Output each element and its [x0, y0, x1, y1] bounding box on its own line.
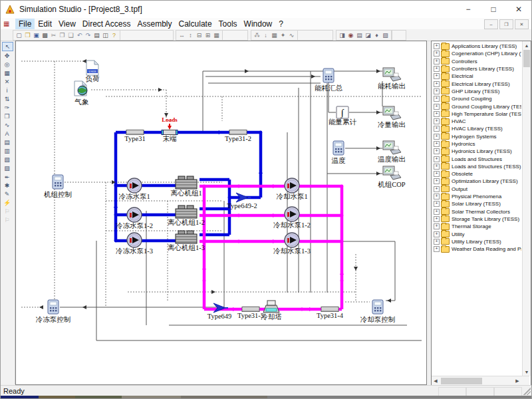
report-icon[interactable]: ◪: [364, 31, 372, 40]
library-item-utility[interactable]: +Utility: [432, 230, 521, 237]
canvas[interactable]: USER负荷气象Type31末端Type31-2能耗汇总能耗输出∫能量累计冷量输…: [15, 41, 427, 385]
component-cooling-output[interactable]: 冷量输出: [378, 106, 406, 128]
connect-tool-icon[interactable]: ⇅: [2, 95, 12, 103]
component-cw-pump-control[interactable]: 冷却泵控制: [360, 300, 396, 323]
expand-icon[interactable]: +: [434, 141, 440, 147]
library-item-electrical-library-tess[interactable]: +Electrical Library (TESS): [432, 80, 521, 87]
menu-file[interactable]: File: [15, 19, 35, 29]
parameter-table-icon[interactable]: ▦: [270, 31, 279, 40]
expand-icon[interactable]: +: [434, 73, 440, 79]
library-item-solar-library-tess[interactable]: +Solar Library (TESS): [432, 200, 521, 207]
duplicate-tool-icon[interactable]: ❐: [2, 112, 12, 120]
align-grid-icon[interactable]: ⊞: [203, 31, 212, 40]
component-energy-summary[interactable]: 能耗汇总: [315, 68, 343, 92]
component-load-data-reader[interactable]: USER负荷: [86, 61, 100, 82]
menu-direct-access[interactable]: Direct Access: [79, 19, 134, 29]
component-unit-cop-output[interactable]: 机组COP: [378, 166, 406, 188]
menu-calculate[interactable]: Calculate: [176, 19, 215, 29]
component-terminal-unit[interactable]: 末端: [162, 130, 178, 143]
print-preview-icon[interactable]: ◫: [101, 31, 110, 40]
help-icon[interactable]: ?: [110, 31, 118, 40]
library-item-weather-data-reading-and-process[interactable]: +Weather Data Reading and Process: [432, 245, 521, 253]
menu-edit[interactable]: Edit: [35, 19, 55, 29]
alarm-icon[interactable]: ♦: [372, 31, 381, 40]
select-tool-icon[interactable]: ↖: [2, 42, 13, 51]
library-item-loads-and-structures-tess[interactable]: +Loads and Structures (TESS): [432, 163, 521, 170]
scroll-up-icon[interactable]: ▲: [523, 41, 531, 49]
component-cw-pump-1[interactable]: 冷却水泵1: [276, 178, 307, 200]
expand-icon[interactable]: +: [434, 148, 440, 154]
listing-icon[interactable]: ▤: [355, 31, 364, 40]
minimize-button[interactable]: −: [456, 1, 481, 18]
expand-icon[interactable]: +: [434, 216, 440, 222]
drop-component-icon[interactable]: ↓: [261, 31, 270, 40]
curve-icon[interactable]: ∿: [287, 31, 296, 40]
menu-help[interactable]: ?: [275, 19, 287, 29]
wrench-tool-icon[interactable]: ✑: [2, 104, 12, 112]
info-tool-icon[interactable]: i: [2, 86, 12, 94]
delete-tool-icon[interactable]: ✕: [2, 78, 12, 86]
undo-icon[interactable]: ↶: [75, 31, 84, 40]
scrollbar-thumb[interactable]: [441, 378, 482, 384]
resize-grip[interactable]: [523, 388, 531, 395]
library-item-hvac-library-tess[interactable]: +HVAC Library (TESS): [432, 125, 521, 132]
scroll-down-icon[interactable]: ▼: [523, 368, 531, 376]
library-item-ghp-library-tess[interactable]: +GHP Library (TESS): [432, 88, 521, 95]
component-temperature-calc[interactable]: 温度: [332, 141, 346, 164]
settings-tool-icon[interactable]: ✱: [2, 182, 12, 190]
expand-icon[interactable]: +: [434, 246, 440, 252]
component-chw-pump-1-2[interactable]: 冷冻水泵1-2: [116, 207, 153, 229]
export-icon[interactable]: ▧: [381, 31, 390, 40]
target-icon[interactable]: ◉: [346, 31, 355, 40]
component-pipe-type31[interactable]: Type31: [124, 130, 145, 143]
save-all-icon[interactable]: ▩: [41, 31, 49, 40]
expand-icon[interactable]: +: [434, 156, 440, 162]
text-tool-icon[interactable]: A: [2, 130, 12, 138]
expand-icon[interactable]: +: [434, 81, 440, 87]
component-temperature-output[interactable]: 温度输出: [378, 141, 406, 163]
grid-snap-tool-icon[interactable]: ▦: [2, 69, 12, 77]
draw-tool-icon[interactable]: ✎: [2, 190, 12, 198]
expand-icon[interactable]: +: [434, 118, 440, 124]
expand-icon[interactable]: +: [434, 186, 440, 192]
expand-icon[interactable]: +: [434, 43, 440, 49]
library-item-physical-phenomena[interactable]: +Physical Phenomena: [432, 193, 521, 200]
component-chw-pump-1[interactable]: 冷冻水泵1: [118, 178, 150, 200]
scroll-left-icon[interactable]: ◀: [432, 377, 440, 385]
experiment-icon[interactable]: ✦: [279, 31, 287, 40]
component-chw-pump-control[interactable]: 冷冻泵控制: [36, 300, 71, 323]
library-item-electrical[interactable]: +Electrical: [432, 72, 521, 80]
scrollbar-thumb[interactable]: [523, 50, 530, 67]
library-item-ground-coupling[interactable]: +Ground Coupling: [432, 95, 521, 102]
expand-icon[interactable]: +: [434, 111, 440, 117]
library-item-thermal-storage[interactable]: +Thermal Storage: [432, 223, 521, 230]
vertical-scrollbar[interactable]: ▲ ▼: [522, 41, 531, 376]
zoom-tool-icon[interactable]: ◎: [2, 61, 12, 68]
expand-icon[interactable]: +: [434, 231, 440, 237]
component-unit-control[interactable]: 机组控制: [44, 175, 72, 198]
hierarchy-icon[interactable]: ⁂: [253, 31, 261, 40]
library-item-utility-library-tess[interactable]: +Utility Library (TESS): [432, 238, 521, 245]
expand-icon[interactable]: +: [434, 96, 440, 102]
library-item-storage-tank-library-tess[interactable]: +Storage Tank Library (TESS): [432, 215, 521, 223]
expand-icon[interactable]: +: [434, 201, 440, 207]
expand-icon[interactable]: +: [434, 209, 440, 215]
component-chw-pump-1-3[interactable]: 冷冻水泵1-3: [116, 233, 153, 255]
resize-horizontal-icon[interactable]: ↔: [178, 31, 186, 40]
expand-icon[interactable]: +: [434, 126, 440, 132]
library-item-loads-and-structures[interactable]: +Loads and Structures: [432, 155, 521, 162]
lock-icon[interactable]: ◨: [338, 31, 346, 40]
run-simulation-tool-icon[interactable]: ⚡: [2, 199, 12, 207]
scroll-right-icon[interactable]: ▶: [513, 377, 521, 385]
save-icon[interactable]: ▣: [32, 31, 41, 40]
cut-icon[interactable]: ✂: [49, 31, 58, 40]
back-tool-icon[interactable]: ↞: [2, 173, 12, 181]
expand-icon[interactable]: +: [434, 194, 440, 200]
align-edges-icon[interactable]: ⊟: [195, 31, 203, 40]
pan-tool-icon[interactable]: ✥: [2, 52, 12, 60]
menu-view[interactable]: View: [55, 19, 79, 29]
component-energy-integrator[interactable]: ∫能量累计: [329, 106, 357, 126]
view-mode-2-tool-icon[interactable]: ▥: [2, 147, 12, 155]
library-item-hvac[interactable]: +HVAC: [432, 118, 521, 125]
new-icon[interactable]: ▢: [15, 31, 23, 40]
